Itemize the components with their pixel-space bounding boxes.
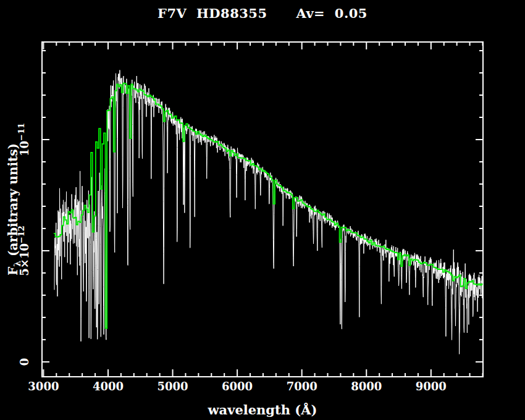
x-tick-label: 9000 (416, 380, 447, 393)
x-axis-tick-labels: 3000400050006000700080009000 (28, 380, 447, 393)
y-axis-title-subscript: λ (12, 261, 22, 267)
x-tick-label: 6000 (222, 380, 253, 393)
x-tick-label: 3000 (28, 380, 59, 393)
x-tick-label: 7000 (287, 380, 317, 393)
observed-spectrum-line (54, 70, 482, 355)
spectrum-plot-window: F7V HD88355 Av= 0.05 3000400050006000700… (0, 0, 525, 420)
y-tick-label: 0 (18, 358, 31, 366)
x-tick-label: 4000 (93, 380, 124, 393)
spectrum-chart: 3000400050006000700080009000 05×10−1210−… (0, 0, 525, 420)
y-axis-ticks (42, 51, 483, 362)
x-tick-label: 5000 (157, 380, 188, 393)
y-axis-title-units: (arbitrary units) (6, 143, 20, 261)
axis-frame (42, 42, 483, 377)
y-axis-title: Fλ (arbitrary units) (6, 143, 22, 275)
x-axis-title: wavelength (Å) (0, 402, 525, 418)
axes-box (42, 42, 483, 377)
x-tick-label: 8000 (351, 380, 382, 393)
y-axis-title-main: F (6, 267, 20, 275)
x-axis-ticks (43, 42, 482, 377)
